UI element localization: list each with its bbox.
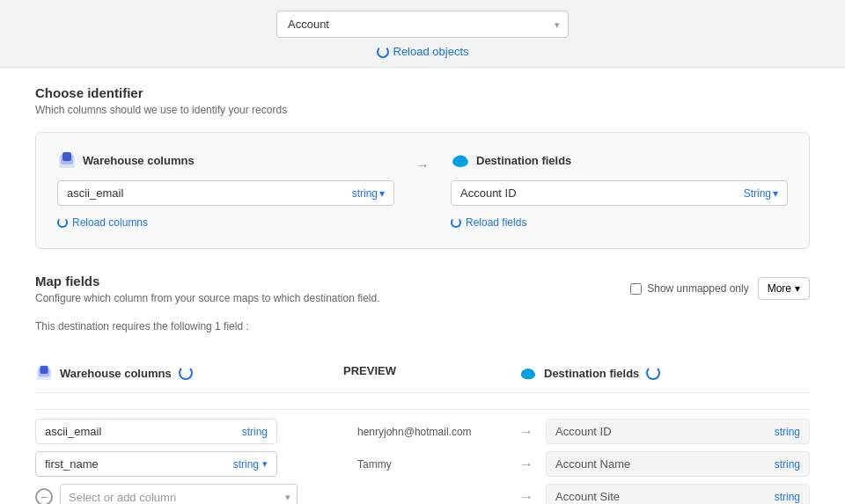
warehouse-field-type[interactable]: string ▾ [352, 187, 385, 200]
col-headers-row: Warehouse columns PREVIEW Destination fi… [35, 364, 810, 410]
add-column-select[interactable] [60, 484, 298, 504]
reload-icon [377, 46, 389, 58]
map-fields-text: Map fields Configure which column from y… [35, 274, 380, 348]
destination-col-label-map: Destination fields [544, 367, 639, 380]
source-field-dropdown-icon-1: ▾ [262, 458, 268, 470]
unmapped-only-checkbox[interactable] [630, 283, 642, 295]
warehouse-field-name: ascii_email [67, 186, 352, 200]
map-row-2: − ▾ Select or add column → Account Site … [35, 484, 810, 504]
identifier-arrow: → [394, 150, 451, 173]
reload-objects-link[interactable]: Reload objects [377, 45, 469, 58]
warehouse-col-label-map: Warehouse columns [60, 367, 172, 380]
preview-col-label: PREVIEW [343, 364, 396, 377]
top-bar: Account Contact Lead Opportunity ▾ Reloa… [0, 0, 845, 68]
svg-point-13 [524, 369, 532, 374]
arrow-icon-2: → [519, 489, 533, 505]
svg-rect-2 [62, 152, 71, 161]
left-cell-2: − ▾ Select or add column [35, 484, 343, 504]
arrow-icon-1: → [519, 457, 533, 472]
source-field-type-1: string [233, 458, 259, 471]
svg-point-6 [456, 156, 465, 162]
left-cell-0: ascii_email string [35, 419, 343, 444]
identifier-left: Warehouse columns ascii_email string ▾ [57, 150, 394, 230]
dest-field-type-2: string [775, 491, 800, 503]
dest-field-type-0: string [775, 426, 800, 438]
object-select-wrapper: Account Contact Lead Opportunity ▾ [276, 11, 569, 38]
map-row-1: first_name string ▾ Tammy → Account Name… [35, 451, 810, 477]
reload-fields-icon [451, 217, 461, 228]
identifier-card: Warehouse columns ascii_email string ▾ [35, 132, 810, 249]
source-field-1[interactable]: first_name string ▾ [35, 451, 277, 477]
dest-field-2: Account Site string [546, 484, 810, 504]
preview-value-1: Tammy [357, 458, 392, 471]
more-label: More [768, 282, 791, 295]
destination-col-header: Destination fields [451, 150, 788, 170]
warehouse-icon-map [35, 364, 53, 382]
map-row-0: ascii_email string henryjohn@hotmail.com… [35, 419, 810, 444]
salesforce-icon-map [519, 364, 537, 382]
more-button[interactable]: More ▾ [758, 277, 810, 300]
more-chevron-icon: ▾ [795, 282, 800, 295]
preview-col-header: PREVIEW [343, 364, 519, 393]
salesforce-icon [451, 150, 470, 170]
map-fields-controls: Show unmapped only More ▾ [630, 277, 810, 300]
right-cell-2: → Account Site string [519, 484, 810, 504]
map-fields-desc1: Configure which column from your source … [35, 292, 380, 304]
destination-col-label: Destination fields [476, 154, 571, 167]
dest-field-0: Account ID string [546, 419, 810, 444]
warehouse-col-header: Warehouse columns [57, 150, 394, 170]
source-field-type-0: string [242, 426, 268, 438]
reload-warehouse-icon[interactable] [179, 366, 193, 380]
source-field-name-1: first_name [45, 457, 233, 471]
preview-cell-0: henryjohn@hotmail.com [343, 426, 519, 438]
identifier-desc: Which columns should we use to identify … [35, 104, 810, 116]
identifier-cols: Warehouse columns ascii_email string ▾ [57, 150, 788, 230]
reload-columns-icon [57, 217, 68, 228]
destination-field-box: Account ID String ▾ [451, 180, 788, 206]
destination-field-type[interactable]: String ▾ [744, 187, 778, 200]
destination-field-name: Account ID [460, 186, 744, 200]
arrow-icon-0: → [519, 424, 533, 440]
preview-cell-1: Tammy [343, 458, 519, 471]
source-field-name-0: ascii_email [45, 425, 242, 438]
preview-value-0: henryjohn@hotmail.com [357, 426, 472, 438]
dest-field-1: Account Name string [546, 451, 810, 477]
main-content: Choose identifier Which columns should w… [0, 68, 845, 504]
reload-columns-label: Reload columns [72, 216, 148, 229]
map-fields-section: Map fields Configure which column from y… [35, 274, 810, 504]
dest-field-name-1: Account Name [555, 457, 775, 471]
map-fields-header: Map fields Configure which column from y… [35, 274, 810, 348]
right-cell-0: → Account ID string [519, 419, 810, 444]
map-fields-title: Map fields [35, 274, 380, 289]
reload-fields-label: Reload fields [466, 216, 526, 229]
map-fields-desc2: This destination requires the following … [35, 320, 380, 332]
left-cell-1: first_name string ▾ [35, 451, 343, 477]
warehouse-field-box: ascii_email string ▾ [57, 180, 394, 206]
source-field-0: ascii_email string [35, 419, 277, 444]
warehouse-icon [57, 150, 77, 170]
dest-field-type-1: string [775, 458, 800, 471]
warehouse-col-label: Warehouse columns [83, 154, 195, 167]
warehouse-col-header-map: Warehouse columns [35, 364, 343, 393]
reload-objects-label: Reload objects [393, 45, 469, 58]
reload-fields-link[interactable]: Reload fields [451, 216, 526, 229]
dest-field-name-2: Account Site [555, 490, 775, 503]
reload-destination-icon[interactable] [646, 366, 660, 380]
dest-field-name-0: Account ID [555, 425, 775, 438]
svg-rect-9 [40, 366, 48, 374]
destination-col-header-map: Destination fields [519, 364, 810, 393]
identifier-right: Destination fields Account ID String ▾ [451, 150, 788, 230]
unmapped-only-checkbox-label[interactable]: Show unmapped only [630, 282, 748, 295]
remove-row-button[interactable]: − [35, 488, 53, 505]
identifier-title: Choose identifier [35, 85, 810, 100]
object-select[interactable]: Account Contact Lead Opportunity [276, 11, 569, 38]
unmapped-only-label: Show unmapped only [647, 282, 748, 295]
identifier-section: Choose identifier Which columns should w… [35, 85, 810, 249]
right-cell-1: → Account Name string [519, 451, 810, 477]
add-column-wrapper: ▾ Select or add column [60, 484, 298, 504]
reload-columns-link[interactable]: Reload columns [57, 216, 148, 229]
